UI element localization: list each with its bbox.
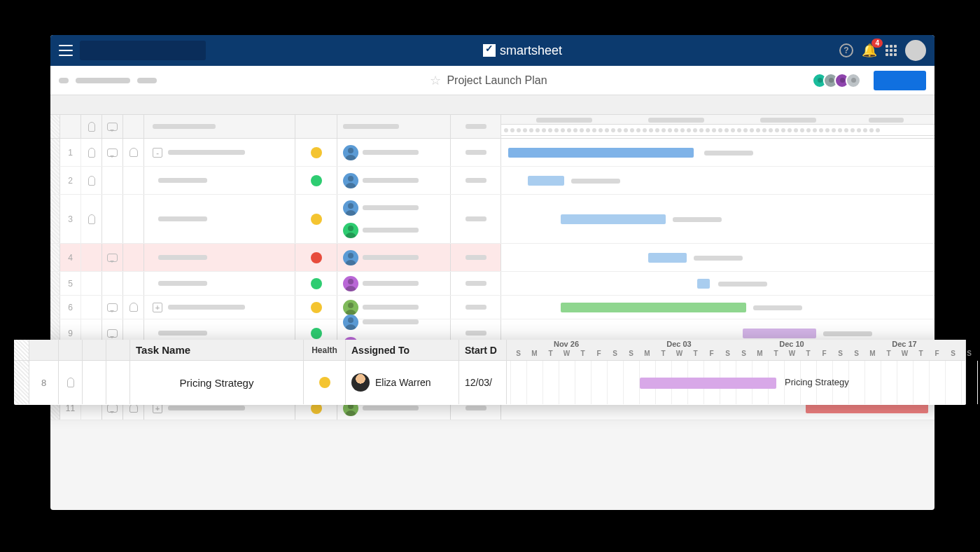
gantt-bar[interactable]	[561, 214, 666, 224]
share-button[interactable]	[874, 71, 926, 90]
attachment-icon[interactable]	[88, 176, 95, 186]
sheet-row[interactable]: 4	[50, 244, 934, 272]
col-assigned-header: Assigned To	[346, 340, 459, 360]
comment-icon	[107, 123, 118, 131]
health-indicator	[311, 328, 322, 339]
assigned-to-cell[interactable]: Eliza Warren	[346, 361, 459, 404]
day-label: S	[607, 350, 623, 357]
day-label: F	[929, 350, 945, 357]
person-icon	[343, 145, 358, 160]
task-name-cell[interactable]: Pricing Strategy	[130, 361, 304, 404]
apps-icon[interactable]	[886, 45, 897, 56]
reminder-icon[interactable]	[130, 303, 138, 312]
day-label: S	[720, 350, 736, 357]
app-window: smartsheet ? 🔔4 ☆ Project Launch Plan	[50, 35, 934, 510]
start-date-cell[interactable]: 12/03/	[459, 361, 507, 404]
favorite-icon[interactable]: ☆	[430, 73, 441, 88]
week-label: Dec 10	[736, 340, 848, 348]
day-label: S	[961, 350, 977, 357]
day-label: W	[559, 350, 575, 357]
col-start-header: Start D	[459, 340, 507, 360]
row-number: 3	[60, 195, 81, 243]
gantt-bar[interactable]	[697, 279, 710, 289]
person-icon	[343, 276, 358, 291]
sheet-row[interactable]: 1-	[50, 139, 934, 167]
person-icon	[343, 200, 358, 216]
day-label: S	[510, 350, 526, 357]
attachment-icon	[88, 122, 95, 132]
attachment-icon[interactable]	[67, 378, 74, 387]
gantt-bar[interactable]	[743, 329, 816, 338]
day-label: S	[945, 350, 961, 357]
day-label: T	[913, 350, 929, 357]
focused-row[interactable]: 8 Pricing Strategy Eliza Warren 12/03/ P…	[14, 361, 966, 404]
gantt-bar[interactable]	[508, 148, 694, 158]
day-label: T	[575, 350, 591, 357]
health-indicator[interactable]	[319, 377, 330, 388]
row-number: 8	[29, 361, 59, 404]
day-label: M	[864, 350, 881, 357]
gantt-bar[interactable]	[528, 176, 564, 186]
week-label: Dec 17	[848, 340, 960, 348]
health-indicator	[311, 147, 322, 158]
focused-row-detail: Task Name Health Assigned To Start D Nov…	[14, 340, 966, 405]
gantt-bar[interactable]	[561, 303, 746, 312]
day-label: W	[671, 350, 687, 357]
day-label: M	[752, 350, 768, 357]
header-actions: ? 🔔4	[839, 40, 926, 61]
row-number: 1	[60, 139, 81, 166]
comment-icon[interactable]	[107, 149, 118, 157]
user-avatar[interactable]	[905, 40, 926, 61]
day-label: T	[800, 350, 816, 357]
day-label: S	[736, 350, 752, 357]
person-icon	[343, 315, 358, 330]
day-label: T	[687, 350, 704, 357]
health-indicator	[311, 278, 322, 289]
expand-toggle[interactable]: +	[153, 303, 162, 312]
day-label: S	[848, 350, 864, 357]
comment-icon[interactable]	[107, 303, 118, 312]
attachment-icon[interactable]	[88, 148, 95, 158]
person-icon	[343, 250, 358, 265]
expand-toggle[interactable]: -	[153, 148, 162, 158]
menu-icon[interactable]	[59, 45, 73, 56]
day-label: M	[526, 350, 542, 357]
notifications-icon[interactable]: 🔔4	[862, 43, 877, 58]
brand-logo: smartsheet	[213, 43, 832, 58]
comment-icon[interactable]	[107, 404, 118, 413]
collaborators[interactable]	[816, 73, 861, 88]
row-number: 2	[60, 167, 81, 194]
assignee-name: Eliza Warren	[375, 377, 431, 388]
sheet-row[interactable]: 3	[50, 195, 934, 244]
day-label: S	[832, 350, 848, 357]
title-bar: ☆ Project Launch Plan	[50, 66, 934, 95]
day-label: T	[881, 350, 897, 357]
reminder-icon[interactable]	[130, 148, 138, 157]
nav-placeholder	[59, 78, 69, 83]
comment-icon[interactable]	[107, 329, 118, 338]
gantt-bar[interactable]	[648, 253, 687, 263]
attachment-icon[interactable]	[88, 214, 95, 224]
row-number: 5	[60, 272, 81, 295]
gantt-bar[interactable]	[806, 403, 928, 413]
sheet-row[interactable]: 2	[50, 167, 934, 195]
comment-icon[interactable]	[107, 254, 118, 262]
page-title: Project Launch Plan	[447, 74, 547, 87]
day-label: W	[897, 350, 913, 357]
health-indicator	[311, 252, 322, 263]
day-label: T	[542, 350, 559, 357]
search-input[interactable]	[80, 41, 206, 60]
toolbar	[50, 95, 934, 115]
gantt-area: Pricing Strategy	[507, 361, 966, 404]
help-icon[interactable]: ?	[839, 43, 853, 57]
health-indicator	[311, 175, 322, 186]
day-label: T	[655, 350, 671, 357]
health-indicator	[311, 214, 322, 225]
person-icon	[343, 173, 358, 188]
brand-icon	[483, 44, 496, 57]
sheet-row[interactable]: 5	[50, 272, 934, 296]
day-label: S	[623, 350, 639, 357]
week-label: Nov 26	[510, 340, 622, 348]
sheet-row[interactable]: 6+	[50, 296, 934, 319]
gantt-bar[interactable]	[640, 378, 776, 389]
